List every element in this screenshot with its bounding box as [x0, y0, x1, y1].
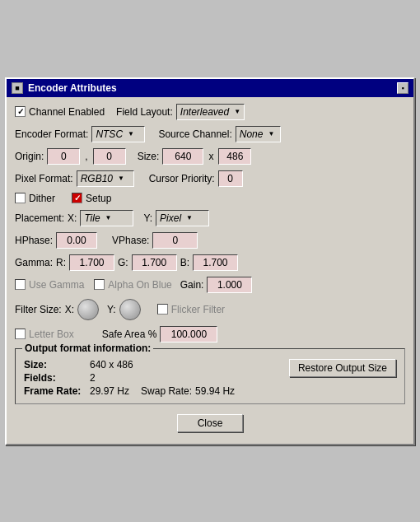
placement-x-value: Tile [84, 212, 100, 224]
letter-box-checkbox[interactable] [15, 329, 26, 339]
gamma-r-input[interactable] [69, 254, 114, 271]
alpha-on-blue-wrap[interactable]: Alpha On Blue [94, 279, 171, 291]
info-fields-value: 2 [90, 372, 96, 384]
alpha-on-blue-label: Alpha On Blue [108, 279, 171, 291]
placement-y-label: Y: [143, 212, 152, 224]
row-filter-size: Filter Size: X: Y: Flicker Filter [15, 299, 405, 320]
row-gamma-options: Use Gamma Alpha On Blue Gain: [15, 277, 405, 293]
encoder-format-value: NTSC [96, 128, 123, 140]
info-row-size: Size: 640 x 486 [24, 359, 235, 371]
gamma-label: Gamma: [15, 257, 53, 268]
channel-enabled-label: Channel Enabled [29, 106, 105, 118]
source-channel-label: Source Channel: [158, 128, 231, 140]
filter-x-label: X: [65, 304, 74, 315]
placement-x-dropdown[interactable]: Tile ▼ [80, 210, 133, 226]
gamma-g-input[interactable] [132, 254, 177, 271]
info-frame-rate-label: Frame Rate: [24, 385, 90, 397]
title-bar: ■ Encoder Attributes ▪ [7, 79, 413, 97]
info-row-fields: Fields: 2 [24, 372, 235, 384]
row-letter-box: Letter Box Safe Area % [15, 326, 405, 343]
row-origin: Origin: , Size: x [15, 148, 405, 165]
dither-checkbox[interactable] [15, 193, 26, 203]
row-encoder-format: Encoder Format: NTSC ▼ Source Channel: N… [15, 126, 405, 142]
size-height-input[interactable] [218, 148, 251, 165]
window-close-btn[interactable]: ▪ [397, 82, 408, 94]
title-bar-left: ■ Encoder Attributes [12, 82, 117, 94]
row-pixel-format: Pixel Format: RGB10 ▼ Cursor Priority: [15, 170, 405, 187]
use-gamma-wrap[interactable]: Use Gamma [15, 279, 84, 291]
source-channel-dropdown[interactable]: None ▼ [236, 126, 281, 142]
cursor-priority-input[interactable] [218, 170, 243, 187]
content-area: Channel Enabled Field Layout: Interleave… [7, 97, 413, 444]
safe-area-input[interactable] [160, 326, 217, 343]
field-layout-arrow: ▼ [234, 108, 240, 115]
origin-comma: , [85, 151, 87, 162]
safe-area-label: Safe Area % [102, 329, 157, 340]
field-layout-value: Interleaved [180, 106, 229, 118]
gamma-g-label: G: [118, 257, 128, 268]
pixel-format-dropdown[interactable]: RGB10 ▼ [77, 170, 134, 187]
size-x-sep: x [208, 151, 213, 162]
flicker-filter-wrap[interactable]: Flicker Filter [157, 304, 225, 315]
gain-input[interactable] [207, 277, 252, 293]
vphase-input[interactable] [152, 232, 198, 249]
origin-y-input[interactable] [93, 148, 126, 165]
placement-x-arrow: ▼ [105, 214, 112, 221]
filter-x-knob[interactable] [77, 299, 99, 320]
row-channel-enabled: Channel Enabled Field Layout: Interleave… [15, 104, 405, 120]
output-info-title: Output format information: [22, 343, 153, 354]
origin-x-input[interactable] [47, 148, 80, 165]
field-layout-dropdown[interactable]: Interleaved ▼ [176, 104, 245, 120]
channel-enabled-checkbox-wrap[interactable]: Channel Enabled [15, 106, 105, 118]
filter-size-label: Filter Size: [15, 304, 62, 315]
setup-label: Setup [86, 193, 111, 204]
gamma-r-label: R: [56, 257, 66, 268]
pixel-format-label: Pixel Format: [15, 173, 73, 184]
window-icon[interactable]: ■ [12, 82, 23, 94]
letter-box-wrap[interactable]: Letter Box [15, 329, 74, 340]
encoder-format-label: Encoder Format: [15, 128, 88, 140]
cursor-priority-label: Cursor Priority: [149, 173, 215, 184]
placement-y-value: Pixel [160, 212, 181, 224]
row-phase: HPhase: VPhase: [15, 232, 405, 249]
restore-output-size-btn[interactable]: Restore Output Size [289, 359, 396, 377]
filter-y-knob[interactable] [119, 299, 141, 320]
filter-y-label: Y: [107, 304, 116, 315]
window-title: Encoder Attributes [28, 82, 117, 94]
flicker-filter-label: Flicker Filter [171, 304, 225, 315]
vphase-label: VPhase: [112, 235, 149, 246]
placement-label: Placement: [15, 212, 64, 224]
bottom-btn-row: Close [15, 411, 405, 437]
alpha-on-blue-checkbox[interactable] [94, 279, 105, 290]
flicker-filter-checkbox[interactable] [157, 304, 168, 315]
placement-x-label: X: [68, 212, 77, 224]
placement-y-arrow: ▼ [186, 214, 193, 221]
size-width-input[interactable] [162, 148, 203, 165]
gain-label: Gain: [180, 279, 204, 291]
use-gamma-checkbox[interactable] [15, 279, 26, 290]
encoder-format-dropdown[interactable]: NTSC ▼ [91, 126, 145, 142]
gamma-b-input[interactable] [193, 254, 238, 271]
letter-box-label: Letter Box [29, 329, 74, 340]
row-placement: Placement: X: Tile ▼ Y: Pixel ▼ [15, 210, 405, 226]
info-fields-label: Fields: [24, 372, 90, 384]
hphase-input[interactable] [56, 232, 97, 249]
channel-enabled-checkbox[interactable] [15, 106, 26, 117]
close-btn[interactable]: Close [177, 414, 243, 432]
info-row-frame-rate: Frame Rate: 29.97 Hz Swap Rate: 59.94 Hz [24, 385, 235, 397]
dither-checkbox-wrap[interactable]: Dither [15, 193, 55, 204]
dither-label: Dither [29, 193, 55, 204]
output-info-box: Output format information: Size: 640 x 4… [15, 348, 405, 404]
info-size-value: 640 x 486 [90, 359, 133, 371]
info-swap-rate-label: Swap Rate: [141, 385, 192, 397]
origin-label: Origin: [15, 151, 44, 162]
use-gamma-label: Use Gamma [29, 279, 84, 291]
info-frame-rate-value: 29.97 Hz [90, 385, 129, 397]
pixel-format-arrow: ▼ [118, 175, 124, 182]
setup-checkbox-wrap[interactable]: Setup [72, 193, 111, 204]
info-size-label: Size: [24, 359, 90, 371]
placement-y-dropdown[interactable]: Pixel ▼ [156, 210, 209, 226]
output-info-left: Size: 640 x 486 Fields: 2 Frame Rate: 29… [24, 359, 235, 398]
encoder-format-arrow: ▼ [128, 130, 134, 137]
setup-checkbox[interactable] [72, 193, 82, 203]
